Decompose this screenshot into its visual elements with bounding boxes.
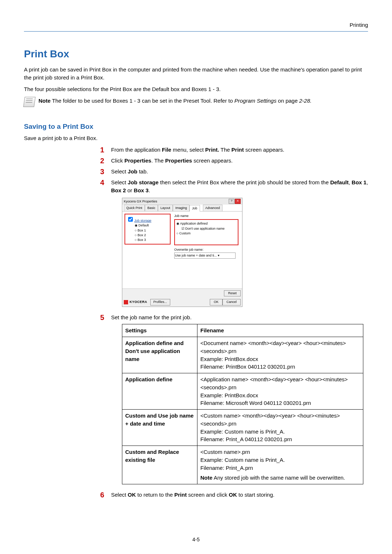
help-icon[interactable]: ? bbox=[229, 199, 234, 204]
steps-container: 1 From the application File menu, select… bbox=[100, 146, 368, 499]
step-number: 2 bbox=[100, 157, 107, 165]
close-icon[interactable]: X bbox=[235, 199, 241, 204]
filename-table: Settings Filename Application define and… bbox=[122, 324, 363, 484]
step-number: 3 bbox=[100, 168, 107, 176]
job-storage-group: Job storage ◉ Default ○ Box 1 ○ Box 2 ○ … bbox=[124, 214, 171, 244]
saving-lead: Save a print job to a Print Box. bbox=[24, 134, 368, 142]
dialog-footer: KYOCERA Profiles... OK Cancel bbox=[122, 298, 242, 306]
step-2: 2 Click Properties. The Properties scree… bbox=[100, 157, 368, 165]
overwrite-select[interactable]: Use job name + date and ti... ▾ bbox=[174, 253, 236, 259]
tab-layout[interactable]: Layout bbox=[158, 205, 173, 211]
profiles-button[interactable]: Profiles... bbox=[150, 299, 171, 305]
heading-print-box: Print Box bbox=[24, 47, 368, 62]
step-number: 4 bbox=[100, 178, 107, 311]
ok-button[interactable]: OK bbox=[210, 299, 222, 305]
table-row: Application define and Don't use applica… bbox=[122, 337, 363, 373]
dialog-tabs: Quick Print Basic Layout Imaging Job Adv… bbox=[122, 205, 242, 212]
tab-imaging[interactable]: Imaging bbox=[173, 205, 189, 211]
step-body: Select Job storage then select the Print… bbox=[111, 178, 368, 311]
step-number: 1 bbox=[100, 146, 107, 154]
step-body: Set the job name for the print job. Sett… bbox=[111, 313, 368, 485]
step-1: 1 From the application File menu, select… bbox=[100, 146, 368, 154]
heading-saving: Saving to a Print Box bbox=[24, 122, 368, 132]
table-row: Application define <Application name> <m… bbox=[122, 373, 363, 410]
note-ref: Program Settings bbox=[234, 98, 277, 104]
brand-label: KYOCERA bbox=[130, 300, 147, 304]
page-number: 4-5 bbox=[0, 536, 392, 543]
option-dont-use-app[interactable]: ☑ Don't use application name bbox=[181, 226, 236, 231]
table-row: Custom and Replace existing file <Custom… bbox=[122, 446, 363, 484]
window-controls: ? X bbox=[229, 199, 241, 204]
properties-dialog: Kyocera GX Properties ? X Quick Print Ba… bbox=[122, 198, 242, 307]
option-box1[interactable]: ○ Box 1 bbox=[135, 228, 168, 233]
step-body: Select Job tab. bbox=[111, 168, 368, 176]
note-icon bbox=[23, 97, 36, 107]
step-number: 6 bbox=[100, 491, 107, 499]
option-app-defined[interactable]: ◉ Application defined bbox=[176, 221, 236, 226]
tab-advanced[interactable]: Advanced bbox=[203, 205, 222, 211]
step-5: 5 Set the job name for the print job. Se… bbox=[100, 313, 368, 485]
step-4: 4 Select Job storage then select the Pri… bbox=[100, 178, 368, 311]
step-6: 6 Select OK to return to the Print scree… bbox=[100, 491, 368, 499]
step-body: Click Properties. The Properties screen … bbox=[111, 157, 368, 165]
col-filename: Filename bbox=[197, 324, 363, 337]
tab-basic[interactable]: Basic bbox=[145, 205, 158, 211]
step-3: 3 Select Job tab. bbox=[100, 168, 368, 176]
note-row: Note The folder to be used for Boxes 1 -… bbox=[24, 97, 368, 107]
chapter-label: Printing bbox=[24, 21, 368, 29]
dialog-reset-row: Reset bbox=[122, 288, 242, 298]
tab-quick-print[interactable]: Quick Print bbox=[124, 205, 145, 211]
intro-paragraph-2: The four possible selections for the Pri… bbox=[24, 85, 368, 93]
dialog-titlebar: Kyocera GX Properties ? X bbox=[122, 198, 242, 205]
step-number: 5 bbox=[100, 313, 107, 485]
option-default[interactable]: ◉ Default bbox=[135, 223, 168, 228]
note-text: Note The folder to be used for Boxes 1 -… bbox=[38, 97, 311, 105]
step-body: From the application File menu, select P… bbox=[111, 146, 368, 154]
intro-paragraph-1: A print job can be saved in Print Box in… bbox=[24, 66, 368, 82]
job-storage-checkbox[interactable] bbox=[128, 217, 133, 222]
note-label: Note bbox=[38, 98, 50, 104]
overwrite-group: Overwrite job name: Use job name + date … bbox=[174, 247, 234, 258]
option-box2[interactable]: ○ Box 2 bbox=[135, 233, 168, 238]
cancel-button[interactable]: Cancel bbox=[222, 299, 241, 305]
tab-job[interactable]: Job bbox=[189, 205, 200, 212]
step-body: Select OK to return to the Print screen … bbox=[111, 491, 368, 499]
header-rule bbox=[24, 31, 368, 32]
job-name-group: ◉ Application defined ☑ Don't use applic… bbox=[174, 219, 238, 245]
kyocera-logo-icon bbox=[124, 300, 128, 304]
table-row: Custom and Use job name + date and time … bbox=[122, 410, 363, 446]
reset-button[interactable]: Reset bbox=[224, 290, 241, 296]
note-page-ref: 2-28. bbox=[299, 98, 311, 104]
overwrite-label: Overwrite job name: bbox=[174, 247, 234, 252]
page: Printing Print Box A print job can be sa… bbox=[0, 0, 392, 554]
dialog-body: Job storage ◉ Default ○ Box 1 ○ Box 2 ○ … bbox=[122, 212, 242, 288]
option-box3[interactable]: ○ Box 3 bbox=[135, 238, 168, 242]
col-settings: Settings bbox=[122, 324, 197, 337]
option-custom[interactable]: ○ Custom bbox=[176, 231, 236, 236]
dialog-title-text: Kyocera GX Properties bbox=[124, 199, 157, 204]
job-name-label: Job name bbox=[174, 214, 238, 218]
